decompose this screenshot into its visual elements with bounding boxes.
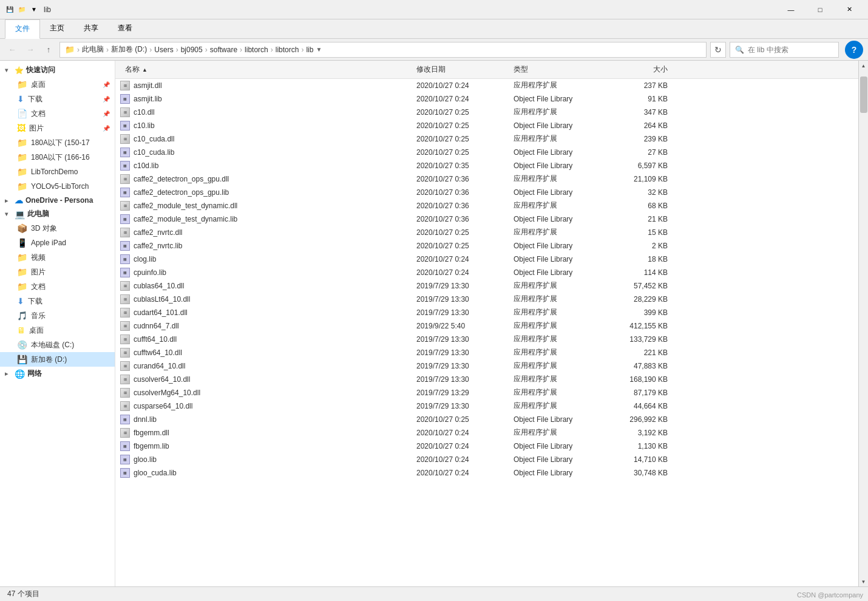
file-size: 18 KB bbox=[612, 255, 673, 263]
sidebar-item-pics[interactable]: 🖼 图片 📌 bbox=[0, 121, 115, 135]
table-row[interactable]: ⊞ caffe2_nvrtc.dll 2020/10/27 0:25 应用程序扩… bbox=[115, 226, 858, 239]
table-row[interactable]: ▦ caffe2_module_test_dynamic.lib 2020/10… bbox=[115, 212, 858, 226]
undo-icon[interactable]: 📁 bbox=[17, 5, 27, 15]
table-row[interactable]: ⊞ curand64_10.dll 2019/7/29 13:30 应用程序扩展… bbox=[115, 359, 858, 373]
col-header-size[interactable]: 大小 bbox=[612, 62, 673, 77]
close-button[interactable]: ✕ bbox=[835, 0, 863, 19]
col-header-type[interactable]: 类型 bbox=[509, 62, 612, 77]
table-row[interactable]: ▦ gloo_cuda.lib 2020/10/27 0:24 Object F… bbox=[115, 466, 858, 480]
file-name: ▦ cpuinfo.lib bbox=[120, 268, 412, 277]
breadcrumb-lib[interactable]: lib bbox=[306, 46, 313, 54]
file-type: 应用程序扩展 bbox=[509, 347, 612, 358]
table-row[interactable]: ⊞ cufft64_10.dll 2019/7/29 13:30 应用程序扩展 … bbox=[115, 333, 858, 346]
pin-icon[interactable]: ▼ bbox=[29, 5, 39, 15]
scrollbar-track[interactable] bbox=[859, 70, 868, 577]
table-row[interactable]: ⊞ c10.dll 2020/10/27 0:25 应用程序扩展 347 KB bbox=[115, 106, 858, 119]
file-size: 28,229 KB bbox=[612, 295, 673, 304]
folder-icon: 📁 bbox=[17, 80, 27, 89]
breadcrumb-pc[interactable]: 此电脑 bbox=[82, 44, 104, 55]
help-button[interactable]: ? bbox=[845, 41, 863, 59]
sidebar-item-3d[interactable]: 📦 3D 对象 bbox=[0, 221, 115, 236]
breadcrumb-software[interactable]: software bbox=[210, 46, 237, 54]
sidebar-item-libtorchdemo[interactable]: 📁 LibTorchDemo bbox=[0, 165, 115, 179]
breadcrumb-users[interactable]: Users bbox=[154, 46, 173, 54]
breadcrumb-dropdown[interactable]: ▼ bbox=[316, 46, 322, 53]
table-row[interactable]: ▦ cpuinfo.lib 2020/10/27 0:24 Object Fil… bbox=[115, 266, 858, 279]
table-row[interactable]: ▦ c10.lib 2020/10/27 0:25 Object File Li… bbox=[115, 119, 858, 132]
minimize-button[interactable]: — bbox=[777, 0, 805, 19]
table-row[interactable]: ▦ fbgemm.lib 2020/10/27 0:24 Object File… bbox=[115, 440, 858, 453]
save-icon[interactable]: 💾 bbox=[5, 5, 15, 15]
vertical-scrollbar[interactable]: ▲ ▼ bbox=[858, 61, 868, 586]
sidebar-item-music[interactable]: 🎵 音乐 bbox=[0, 308, 115, 323]
table-row[interactable]: ▦ c10_cuda.lib 2020/10/27 0:25 Object Fi… bbox=[115, 146, 858, 159]
sidebar-section-onedrive[interactable]: ▸ ☁ OneDrive - Persona bbox=[0, 194, 115, 207]
breadcrumb-libtorch2[interactable]: libtorch bbox=[276, 46, 299, 54]
forward-button[interactable]: → bbox=[23, 42, 38, 57]
table-row[interactable]: ⊞ cusparse64_10.dll 2019/7/29 13:30 应用程序… bbox=[115, 399, 858, 413]
sidebar-thispc-label: 此电脑 bbox=[27, 209, 49, 219]
sidebar-item-document[interactable]: 📁 文档 bbox=[0, 279, 115, 294]
table-row[interactable]: ▦ asmjit.lib 2020/10/27 0:24 Object File… bbox=[115, 92, 858, 106]
file-type: 应用程序扩展 bbox=[509, 174, 612, 184]
up-button[interactable]: ↑ bbox=[41, 42, 56, 57]
sidebar-section-network[interactable]: ▸ 🌐 网络 bbox=[0, 367, 115, 381]
table-row[interactable]: ⊞ cublasLt64_10.dll 2019/7/29 13:30 应用程序… bbox=[115, 293, 858, 306]
table-row[interactable]: ▦ clog.lib 2020/10/27 0:24 Object File L… bbox=[115, 253, 858, 266]
breadcrumb-libtorch1[interactable]: libtorch bbox=[245, 46, 268, 54]
back-button[interactable]: ← bbox=[5, 42, 19, 57]
file-date: 2019/7/29 13:30 bbox=[412, 295, 509, 304]
file-type: 应用程序扩展 bbox=[509, 227, 612, 237]
sidebar-section-quick-access[interactable]: ▾ ⭐ 快速访问 bbox=[0, 63, 115, 77]
table-row[interactable]: ⊞ cudart64_101.dll 2019/7/29 13:30 应用程序扩… bbox=[115, 306, 858, 319]
sidebar-item-download[interactable]: ⬇ 下载 📌 bbox=[0, 92, 115, 106]
scroll-down-button[interactable]: ▼ bbox=[859, 577, 869, 586]
scroll-up-button[interactable]: ▲ bbox=[859, 61, 869, 70]
refresh-button[interactable]: ↻ bbox=[710, 42, 726, 58]
table-row[interactable]: ⊞ caffe2_detectron_ops_gpu.dll 2020/10/2… bbox=[115, 172, 858, 186]
search-input[interactable] bbox=[748, 46, 839, 54]
folder-icon: ⬇ bbox=[17, 94, 24, 104]
sidebar-item-docs[interactable]: 📄 文档 📌 bbox=[0, 106, 115, 121]
table-row[interactable]: ⊞ cusolver64_10.dll 2019/7/29 13:30 应用程序… bbox=[115, 373, 858, 386]
maximize-button[interactable]: □ bbox=[806, 0, 834, 19]
table-row[interactable]: ▦ gloo.lib 2020/10/27 0:24 Object File L… bbox=[115, 453, 858, 466]
tab-share[interactable]: 共享 bbox=[74, 19, 108, 38]
scrollbar-thumb[interactable] bbox=[860, 76, 867, 113]
tab-file[interactable]: 文件 bbox=[5, 19, 40, 39]
breadcrumb-user[interactable]: bj0905 bbox=[181, 46, 203, 54]
sidebar-item-180a-166[interactable]: 📁 180A以下 (166-16 bbox=[0, 150, 115, 165]
sidebar-item-desktop2[interactable]: 🖥 桌面 bbox=[0, 323, 115, 338]
breadcrumb-drive[interactable]: 新加卷 (D:) bbox=[111, 44, 147, 55]
table-row[interactable]: ⊞ c10_cuda.dll 2020/10/27 0:25 应用程序扩展 23… bbox=[115, 132, 858, 146]
sidebar-item-new-d[interactable]: 💾 新加卷 (D:) bbox=[0, 352, 115, 367]
sidebar-item-dl[interactable]: ⬇ 下载 bbox=[0, 294, 115, 308]
sidebar-item-desktop[interactable]: 📁 桌面 📌 bbox=[0, 77, 115, 92]
table-row[interactable]: ▦ c10d.lib 2020/10/27 0:35 Object File L… bbox=[115, 159, 858, 172]
sidebar-item-180a-150[interactable]: 📁 180A以下 (150-17 bbox=[0, 135, 115, 150]
tab-home[interactable]: 主页 bbox=[40, 19, 74, 38]
tab-view[interactable]: 查看 bbox=[108, 19, 142, 38]
col-header-name[interactable]: 名称 ▲ bbox=[120, 62, 412, 77]
table-row[interactable]: ⊞ cusolverMg64_10.dll 2019/7/29 13:29 应用… bbox=[115, 386, 858, 399]
table-row[interactable]: ⊞ cudnn64_7.dll 2019/9/22 5:40 应用程序扩展 41… bbox=[115, 319, 858, 333]
sidebar-item-local-c[interactable]: 💿 本地磁盘 (C:) bbox=[0, 338, 115, 352]
sidebar-section-thispc[interactable]: ▾ 💻 此电脑 bbox=[0, 207, 115, 221]
sidebar-item-apple-ipad[interactable]: 📱 Apple iPad bbox=[0, 236, 115, 250]
table-row[interactable]: ▦ caffe2_nvrtc.lib 2020/10/27 0:25 Objec… bbox=[115, 239, 858, 253]
table-row[interactable]: ⊞ cublas64_10.dll 2019/7/29 13:30 应用程序扩展… bbox=[115, 279, 858, 293]
table-row[interactable]: ▦ caffe2_detectron_ops_gpu.lib 2020/10/2… bbox=[115, 186, 858, 199]
table-row[interactable]: ⊞ asmjit.dll 2020/10/27 0:24 应用程序扩展 237 … bbox=[115, 79, 858, 92]
sidebar-item-picture[interactable]: 📁 图片 bbox=[0, 265, 115, 279]
table-row[interactable]: ⊞ cufftw64_10.dll 2019/7/29 13:30 应用程序扩展… bbox=[115, 346, 858, 359]
lib-icon: ▦ bbox=[120, 148, 130, 157]
breadcrumb[interactable]: 📁 › 此电脑 › 新加卷 (D:) › Users › bj0905 › so… bbox=[59, 42, 707, 58]
col-header-date[interactable]: 修改日期 bbox=[412, 62, 509, 77]
sidebar-item-yolov5[interactable]: 📁 YOLOv5-LibTorch bbox=[0, 179, 115, 194]
sidebar-item-video[interactable]: 📁 视频 bbox=[0, 250, 115, 265]
lib-icon: ▦ bbox=[120, 415, 130, 424]
table-row[interactable]: ▦ dnnl.lib 2020/10/27 0:25 Object File L… bbox=[115, 413, 858, 426]
table-row[interactable]: ⊞ fbgemm.dll 2020/10/27 0:24 应用程序扩展 3,19… bbox=[115, 426, 858, 440]
file-size: 21 KB bbox=[612, 215, 673, 223]
table-row[interactable]: ⊞ caffe2_module_test_dynamic.dll 2020/10… bbox=[115, 199, 858, 212]
